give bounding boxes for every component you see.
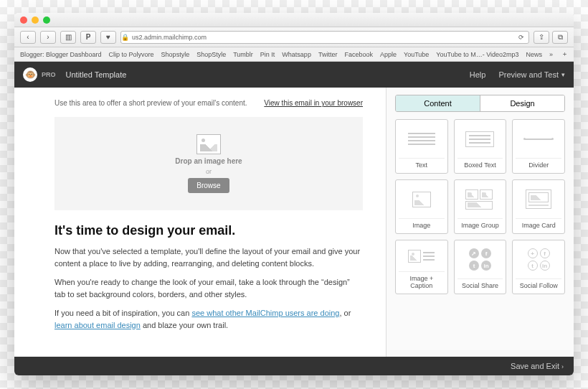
mailchimp-logo-icon[interactable]: 🐵 [23,67,37,82]
content-paragraph[interactable]: Now that you've selected a template, you… [54,245,363,269]
template-title[interactable]: Untitled Template [66,70,127,79]
learn-design-link[interactable]: learn about email design [54,321,141,329]
browser-window: ‹ › ▥ P ♥ 🔒 us2.admin.mailchimp.com ⟳ ⇪ … [14,13,574,375]
help-link[interactable]: Help [470,70,486,79]
chevron-right-icon: › [561,363,564,370]
block-image-caption[interactable]: Image + Caption [395,240,448,294]
bookmark-item[interactable]: News [526,51,543,58]
block-boxed-text[interactable]: Boxed Text [454,119,507,174]
image-icon [399,184,445,214]
chevron-right-icon: › [47,33,49,41]
image-group-icon [457,184,503,214]
app-header: 🐵 PRO Untitled Template Help Preview and… [14,62,574,88]
heart-icon: ♥ [106,33,110,41]
tabs-icon: ⧉ [558,33,563,42]
forward-button[interactable]: › [40,31,56,44]
bookmark-item[interactable]: YouTube to M…- Video2mp3 [436,51,518,58]
bookmarks-bar: Blogger: Blogger Dashboard Clip to Polyv… [14,47,574,62]
bookmark-item[interactable]: Pin It [260,51,275,58]
url-text: us2.admin.mailchimp.com [132,34,207,41]
browse-button[interactable]: Browse [188,178,229,193]
preheader-row: Use this area to offer a short preview o… [54,99,363,107]
save-exit-button[interactable]: Save and Exit › [511,362,564,370]
tab-design[interactable]: Design [480,95,564,111]
content-paragraph[interactable]: If you need a bit of inspiration, you ca… [54,307,363,331]
bookmark-item[interactable]: Tumblr [233,51,253,58]
bloglovin-button[interactable]: ♥ [100,31,116,44]
bookmark-item[interactable]: Blogger: Blogger Dashboard [20,51,102,58]
image-card-icon [516,184,561,214]
content-paragraph[interactable]: When you're ready to change the look of … [54,276,363,300]
block-social-follow[interactable]: +ftin Social Follow [512,240,565,294]
block-image-group[interactable]: Image Group [454,179,507,234]
share-button[interactable]: ⇪ [534,31,549,44]
bookmark-item[interactable]: ShopStyle [196,51,226,58]
image-caption-icon [399,245,445,267]
bookmark-item[interactable]: Apple [380,51,397,58]
text-icon [399,124,445,154]
pro-badge: PRO [42,71,56,78]
block-palette: Text Boxed Text Divider Image [387,119,574,357]
sidebar-tabs: Content Design [395,95,565,112]
divider-icon [516,124,561,154]
block-text[interactable]: Text [395,119,448,174]
content-heading[interactable]: It's time to design your email. [54,223,363,238]
block-image-card[interactable]: Image Card [512,179,565,234]
bookmark-item[interactable]: Facebook [344,51,373,58]
inspiration-link[interactable]: see what other MailChimp users are doing [191,309,339,317]
panel-icon: ▥ [65,33,72,41]
social-follow-icon: +ftin [516,245,561,274]
titlebar [14,13,574,27]
tab-content[interactable]: Content [396,95,480,111]
app-footer: Save and Exit › [14,357,574,375]
reload-icon[interactable]: ⟳ [518,34,524,41]
block-image[interactable]: Image [395,179,448,234]
canvas[interactable]: Use this area to offer a short preview o… [14,88,386,357]
drop-label: Drop an image here [175,157,242,165]
add-bookmark-icon[interactable]: ＋ [561,50,568,59]
preheader-hint[interactable]: Use this area to offer a short preview o… [54,99,247,107]
chevron-down-icon: ▾ [561,71,565,78]
social-share-icon: ↗ftin [457,245,503,274]
bookmark-item[interactable]: Clip to Polyvore [109,51,154,58]
mailchimp-editor: 🐵 PRO Untitled Template Help Preview and… [14,62,574,375]
chevron-left-icon: ‹ [27,33,29,41]
view-in-browser-link[interactable]: View this email in your browser [264,99,363,107]
browser-toolbar: ‹ › ▥ P ♥ 🔒 us2.admin.mailchimp.com ⟳ ⇪ … [14,27,574,47]
bookmark-item[interactable]: Twitter [318,51,338,58]
boxed-text-icon [457,124,503,154]
image-dropzone[interactable]: Drop an image here or Browse [54,117,363,210]
block-divider[interactable]: Divider [512,119,565,174]
preview-label: Preview and Test [498,70,559,79]
or-label: or [206,168,212,175]
tabs-button[interactable]: ⧉ [552,31,568,44]
pinterest-icon: P [86,33,91,41]
bookmark-item[interactable]: Whatsapp [282,51,311,58]
back-button[interactable]: ‹ [20,31,36,44]
block-social-share[interactable]: ↗ftin Social Share [454,240,507,294]
share-icon: ⇪ [539,33,544,41]
bookmark-item[interactable]: Shopstyle [161,51,190,58]
preview-menu[interactable]: Preview and Test ▾ [498,70,565,79]
window-zoom-icon[interactable] [43,17,50,24]
lock-icon: 🔒 [121,34,129,41]
app-body: Use this area to offer a short preview o… [14,88,574,357]
bookmark-item[interactable]: YouTube [404,51,429,58]
sidebar: Content Design Text Boxed Text Divider [386,88,574,357]
pinterest-button[interactable]: P [80,31,96,44]
address-bar[interactable]: 🔒 us2.admin.mailchimp.com ⟳ [120,31,529,44]
window-minimize-icon[interactable] [32,17,39,24]
image-placeholder-icon [196,134,221,154]
sidebar-toggle-button[interactable]: ▥ [60,31,76,44]
window-close-icon[interactable] [20,17,27,24]
bookmarks-overflow[interactable]: » [549,51,553,58]
